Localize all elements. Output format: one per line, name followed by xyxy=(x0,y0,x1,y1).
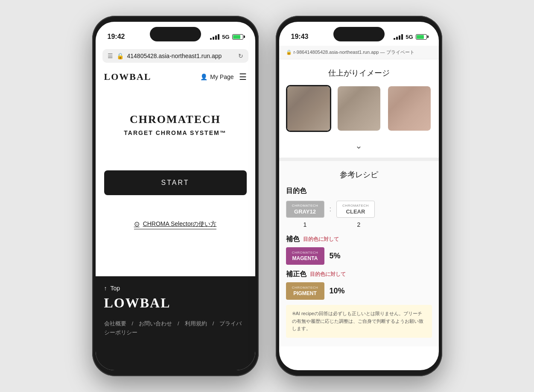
nav-bar-1: LOWBAL 👤 My Page ☰ xyxy=(96,66,255,88)
hero-subtitle: TARGET CHROMA SYSTEM™ xyxy=(124,129,226,136)
instagram-link-text: CHROMA Selectorの使い方 xyxy=(143,220,217,228)
signal-bar-6 xyxy=(396,37,398,40)
swatches-row xyxy=(279,85,439,137)
magenta-chip: CHROMATECH MAGENTA xyxy=(286,247,324,265)
signal-bar-3 xyxy=(215,35,217,40)
correction-name: PIGMENT xyxy=(293,290,317,296)
footer-1: ↑ Top LOWBAL 会社概要 / お問い合わせ / 利用規約 / プライバ… xyxy=(96,276,255,370)
ratio-numbers: 1 2 xyxy=(286,221,432,228)
swatch-3-container[interactable] xyxy=(387,85,432,132)
product1-brand: CHROMATECH xyxy=(292,204,318,208)
product-chip-clear: CHROMATECH CLEAR xyxy=(336,201,375,218)
logo-1: LOWBAL xyxy=(104,71,152,82)
correction-label-text: 補正色 xyxy=(286,270,306,279)
dynamic-island-1 xyxy=(150,27,201,41)
battery-fill-1 xyxy=(233,35,241,39)
signal-bar-1 xyxy=(210,38,212,40)
phone-1: 19:42 5G ☰ 🔒 414805428.asia-northeast1.r… xyxy=(92,16,259,376)
hamburger-icon[interactable]: ☰ xyxy=(239,72,247,82)
instagram-icon: ⊙ xyxy=(134,220,140,228)
menu-icon: ☰ xyxy=(108,53,113,59)
hero-title: CHROMATECH xyxy=(130,113,221,126)
ratio-num-1: 1 xyxy=(286,221,324,228)
swatch-2 xyxy=(338,86,380,131)
signal-bar-4 xyxy=(218,34,219,40)
correction-row: CHROMATECH PIGMENT 10% xyxy=(286,282,432,300)
lock-icon: 🔒 xyxy=(117,53,124,59)
recipe-products-row: CHROMATECH GRAY12 : CHROMATECH CLEAR xyxy=(286,201,432,218)
hero-content: CHROMATECH TARGET CHROMA SYSTEM™ xyxy=(96,88,255,153)
supplement-brand: CHROMATECH xyxy=(292,251,318,255)
lock-icon-2: 🔒 xyxy=(286,50,292,55)
account-icon: 👤 xyxy=(200,73,207,80)
signal-bar-8 xyxy=(401,34,403,40)
correction-sublabel: 目的色に対して xyxy=(310,271,346,278)
product1-name: GRAY12 xyxy=(294,208,316,215)
battery-icon-1 xyxy=(232,34,243,40)
correction-percent: 10% xyxy=(330,287,345,295)
status-icons-1: 5G xyxy=(210,34,243,40)
battery-icon-2 xyxy=(416,34,427,40)
dynamic-island-2 xyxy=(333,27,385,41)
mypage-link[interactable]: 👤 My Page xyxy=(200,73,233,80)
supplement-row: CHROMATECH MAGENTA 5% xyxy=(286,247,432,265)
instagram-link[interactable]: ⊙ CHROMA Selectorの使い方 xyxy=(134,220,217,229)
product2-brand: CHROMATECH xyxy=(342,204,369,208)
supplement-percent: 5% xyxy=(330,252,341,260)
phone-2-screen: 19:43 5G 🔒 r-986414805428.asia-northeast… xyxy=(279,22,439,370)
finish-image-section: 仕上がりイメージ ⌄ xyxy=(279,59,439,158)
product-chip-gray12: CHROMATECH GRAY12 xyxy=(286,201,324,218)
phone-2: 19:43 5G 🔒 r-986414805428.asia-northeast… xyxy=(276,16,442,376)
swatch-2-container[interactable] xyxy=(336,85,382,132)
battery-fill-2 xyxy=(417,35,424,39)
signal-label-2: 5G xyxy=(406,34,413,40)
signal-bar-7 xyxy=(399,35,400,40)
url-bar-2: 🔒 r-986414805428.asia-northeast1.run.app… xyxy=(279,46,439,59)
recipe-section: 参考レシピ 目的色 CHROMATECH GRAY12 : CHROMATECH… xyxy=(279,161,439,346)
footer-arrow-icon: ↑ xyxy=(104,285,107,292)
recipe-title: 参考レシピ xyxy=(286,170,432,180)
url-text-1: 414805428.asia-northeast1.run.app xyxy=(127,53,235,59)
chevron-down-icon[interactable]: ⌄ xyxy=(279,137,439,158)
ratio-num-2: 2 xyxy=(340,221,378,228)
supplement-label: 補色 目的色に対して xyxy=(286,235,432,244)
signal-bar-2 xyxy=(213,37,214,40)
supplement-sublabel: 目的色に対して xyxy=(303,236,339,243)
url-text-2: r-986414805428.asia-northeast1.run.app —… xyxy=(294,49,414,56)
start-button[interactable]: START xyxy=(104,170,247,195)
status-time-1: 19:42 xyxy=(108,33,125,41)
signal-bars-1 xyxy=(210,34,219,40)
signal-bars-2 xyxy=(394,34,403,40)
url-bar-1[interactable]: ☰ 🔒 414805428.asia-northeast1.run.app ↻ xyxy=(102,49,248,63)
nav-right-1: 👤 My Page ☰ xyxy=(200,72,246,82)
refresh-icon[interactable]: ↻ xyxy=(238,53,243,59)
status-time-2: 19:43 xyxy=(291,33,309,41)
section-divider xyxy=(279,158,439,161)
purpose-color-label: 目的色 xyxy=(286,187,432,196)
disclaimer: ※AI recipeの回答は必ずしも正しいとは限りません。ブリーチの有無や履歴に… xyxy=(286,305,432,338)
footer-top-text: Top xyxy=(111,285,120,292)
signal-bar-5 xyxy=(394,38,395,40)
swatch-1-container[interactable] xyxy=(286,85,331,132)
supplement-name: MAGENTA xyxy=(292,255,318,261)
correction-label: 補正色 目的色に対して xyxy=(286,270,432,279)
correction-brand: CHROMATECH xyxy=(292,286,318,290)
signal-label-1: 5G xyxy=(222,34,229,40)
phone-1-screen: 19:42 5G ☰ 🔒 414805428.asia-northeast1.r… xyxy=(96,22,255,370)
mypage-label: My Page xyxy=(210,73,233,80)
swatch-1 xyxy=(287,86,330,131)
finish-image-title: 仕上がりイメージ xyxy=(279,59,439,85)
pigment-chip: CHROMATECH PIGMENT xyxy=(286,282,324,300)
swatch-3 xyxy=(388,86,431,131)
supplement-label-text: 補色 xyxy=(286,235,300,244)
footer-links: 会社概要 / お問い合わせ / 利用規約 / プライバシーポリシー xyxy=(104,319,247,337)
ratio-colon: : xyxy=(330,205,331,213)
product2-name: CLEAR xyxy=(346,208,365,215)
footer-logo: LOWBAL xyxy=(104,295,247,311)
phone2-content[interactable]: 仕上がりイメージ ⌄ 参考レシピ xyxy=(279,59,439,370)
status-icons-2: 5G xyxy=(394,34,426,40)
